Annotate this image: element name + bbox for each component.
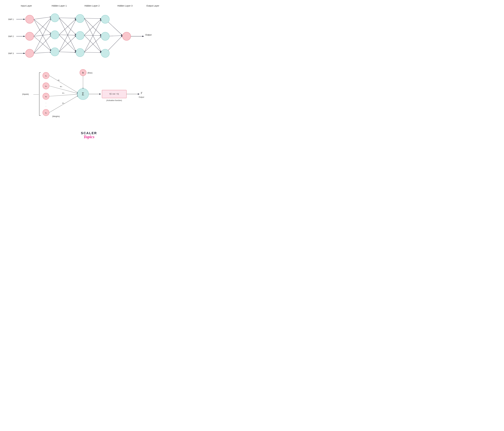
- svg-line-18: [59, 52, 76, 53]
- svg-line-12: [59, 18, 76, 52]
- svg-text:x₃: x₃: [45, 95, 47, 98]
- label-output-layer: Output Layer: [144, 4, 162, 7]
- svg-point-51: [122, 32, 131, 40]
- svg-text:(Inputs): (Inputs): [22, 93, 29, 95]
- svg-point-41: [26, 49, 34, 57]
- main-container: Input Layer Hidden Layer 1 Hidden Layer …: [0, 0, 178, 144]
- svg-line-9: [34, 52, 51, 53]
- svg-line-14: [59, 35, 76, 35]
- svg-line-27: [84, 52, 101, 53]
- svg-line-21: [84, 18, 101, 52]
- svg-text:Output: Output: [145, 34, 152, 36]
- svg-point-39: [26, 15, 34, 23]
- svg-text:(Bias): (Bias): [88, 72, 92, 74]
- svg-line-8: [34, 35, 51, 53]
- svg-line-6: [34, 36, 51, 51]
- network-diagram-svg: Output SNP 1 SNP 2 SNP 3: [7, 10, 171, 62]
- svg-line-15: [59, 35, 76, 52]
- layer-labels: Input Layer Hidden Layer 1 Hidden Layer …: [16, 4, 162, 7]
- label-hidden3: Hidden Layer 3: [113, 4, 136, 7]
- svg-text:b: b: [82, 71, 84, 74]
- svg-line-16: [59, 19, 76, 52]
- svg-text:f(Σᵢ xᵢwᵢ + b): f(Σᵢ xᵢwᵢ + b): [109, 93, 119, 95]
- svg-text:wₙ: wₙ: [62, 102, 64, 104]
- svg-text:w₁: w₁: [58, 79, 60, 81]
- svg-line-17: [59, 36, 76, 52]
- label-hidden2: Hidden Layer 2: [81, 4, 104, 7]
- label-input-layer: Input Layer: [16, 4, 36, 7]
- svg-point-40: [26, 32, 34, 40]
- label-hidden1: Hidden Layer 1: [48, 4, 71, 7]
- svg-point-49: [101, 32, 109, 40]
- svg-line-25: [84, 20, 101, 52]
- svg-text:w₃: w₃: [62, 92, 64, 94]
- neuron-detail-svg: (Inputs) x₁ x₂ x₃ · · xₙ w₁ w₂ w₃ wₙ: [12, 68, 168, 124]
- svg-point-42: [51, 14, 59, 22]
- svg-point-46: [76, 31, 84, 40]
- svg-text:w₂: w₂: [60, 86, 62, 88]
- svg-line-26: [84, 36, 101, 52]
- svg-line-1: [34, 17, 51, 19]
- svg-text:x₁: x₁: [45, 75, 47, 77]
- svg-text:y: y: [141, 91, 142, 94]
- svg-point-48: [101, 15, 109, 23]
- svg-point-44: [51, 48, 59, 56]
- top-diagram: Input Layer Hidden Layer 1 Hidden Layer …: [7, 4, 171, 64]
- svg-text:SNP 2: SNP 2: [8, 35, 14, 37]
- svg-point-50: [101, 49, 109, 57]
- svg-line-65: [49, 76, 78, 93]
- svg-text:x₂: x₂: [45, 85, 47, 87]
- svg-text:(Activation function): (Activation function): [106, 99, 122, 101]
- logo-container: SCALER Topics: [81, 131, 97, 139]
- svg-point-47: [76, 48, 84, 57]
- svg-line-19: [84, 18, 101, 19]
- svg-text:·: ·: [46, 102, 46, 104]
- logo-topics-text: Topics: [81, 134, 97, 139]
- svg-text:SNP 3: SNP 3: [8, 52, 14, 54]
- svg-line-2: [34, 19, 51, 34]
- svg-line-4: [34, 18, 51, 36]
- svg-text:(Weights): (Weights): [52, 115, 60, 117]
- svg-line-24: [84, 35, 101, 52]
- svg-text:Σ: Σ: [82, 92, 84, 96]
- svg-line-67: [49, 94, 78, 96]
- bottom-diagram: (Inputs) x₁ x₂ x₃ · · xₙ w₁ w₂ w₃ wₙ: [12, 68, 168, 124]
- svg-line-11: [59, 18, 76, 35]
- svg-text:Output: Output: [139, 96, 144, 98]
- svg-text:·: ·: [46, 105, 46, 107]
- svg-point-43: [51, 31, 59, 39]
- svg-text:xₙ: xₙ: [45, 112, 47, 114]
- svg-line-10: [59, 18, 76, 18]
- svg-line-13: [59, 19, 76, 35]
- svg-point-45: [76, 14, 84, 23]
- svg-text:SNP 1: SNP 1: [8, 18, 14, 20]
